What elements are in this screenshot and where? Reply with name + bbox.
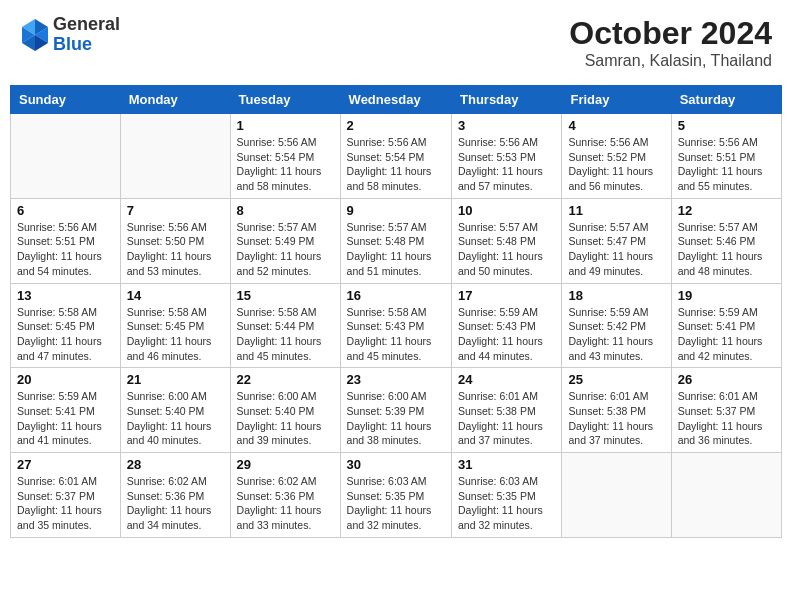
table-row [562,453,671,538]
day-number: 19 [678,288,775,303]
day-number: 4 [568,118,664,133]
table-row: 16Sunrise: 5:58 AM Sunset: 5:43 PM Dayli… [340,283,451,368]
table-row [120,114,230,199]
day-number: 27 [17,457,114,472]
table-row: 4Sunrise: 5:56 AM Sunset: 5:52 PM Daylig… [562,114,671,199]
day-number: 15 [237,288,334,303]
day-number: 11 [568,203,664,218]
day-info: Sunrise: 5:59 AM Sunset: 5:41 PM Dayligh… [678,305,775,364]
day-number: 26 [678,372,775,387]
day-info: Sunrise: 6:00 AM Sunset: 5:39 PM Dayligh… [347,389,445,448]
day-number: 12 [678,203,775,218]
table-row: 23Sunrise: 6:00 AM Sunset: 5:39 PM Dayli… [340,368,451,453]
calendar-week-row: 6Sunrise: 5:56 AM Sunset: 5:51 PM Daylig… [11,198,782,283]
logo-text: General Blue [53,15,120,55]
day-info: Sunrise: 5:56 AM Sunset: 5:51 PM Dayligh… [17,220,114,279]
table-row: 22Sunrise: 6:00 AM Sunset: 5:40 PM Dayli… [230,368,340,453]
calendar-table: Sunday Monday Tuesday Wednesday Thursday… [10,85,782,538]
day-number: 7 [127,203,224,218]
day-info: Sunrise: 5:57 AM Sunset: 5:49 PM Dayligh… [237,220,334,279]
page-header: General Blue October 2024 Samran, Kalasi… [10,10,782,75]
day-number: 1 [237,118,334,133]
day-info: Sunrise: 5:59 AM Sunset: 5:41 PM Dayligh… [17,389,114,448]
table-row: 30Sunrise: 6:03 AM Sunset: 5:35 PM Dayli… [340,453,451,538]
day-number: 22 [237,372,334,387]
day-number: 18 [568,288,664,303]
calendar-subtitle: Samran, Kalasin, Thailand [569,52,772,70]
table-row [671,453,781,538]
logo-blue: Blue [53,34,92,54]
day-info: Sunrise: 5:57 AM Sunset: 5:47 PM Dayligh… [568,220,664,279]
day-number: 9 [347,203,445,218]
logo: General Blue [20,15,120,55]
header-thursday: Thursday [452,86,562,114]
header-wednesday: Wednesday [340,86,451,114]
day-number: 13 [17,288,114,303]
day-info: Sunrise: 5:58 AM Sunset: 5:43 PM Dayligh… [347,305,445,364]
day-info: Sunrise: 5:57 AM Sunset: 5:48 PM Dayligh… [347,220,445,279]
day-info: Sunrise: 5:58 AM Sunset: 5:45 PM Dayligh… [127,305,224,364]
table-row: 12Sunrise: 5:57 AM Sunset: 5:46 PM Dayli… [671,198,781,283]
day-info: Sunrise: 5:56 AM Sunset: 5:52 PM Dayligh… [568,135,664,194]
table-row: 9Sunrise: 5:57 AM Sunset: 5:48 PM Daylig… [340,198,451,283]
day-info: Sunrise: 5:56 AM Sunset: 5:54 PM Dayligh… [237,135,334,194]
calendar-week-row: 27Sunrise: 6:01 AM Sunset: 5:37 PM Dayli… [11,453,782,538]
header-saturday: Saturday [671,86,781,114]
day-info: Sunrise: 5:56 AM Sunset: 5:54 PM Dayligh… [347,135,445,194]
day-number: 10 [458,203,555,218]
calendar-week-row: 1Sunrise: 5:56 AM Sunset: 5:54 PM Daylig… [11,114,782,199]
day-info: Sunrise: 5:57 AM Sunset: 5:48 PM Dayligh… [458,220,555,279]
day-number: 17 [458,288,555,303]
table-row: 11Sunrise: 5:57 AM Sunset: 5:47 PM Dayli… [562,198,671,283]
table-row: 25Sunrise: 6:01 AM Sunset: 5:38 PM Dayli… [562,368,671,453]
header-tuesday: Tuesday [230,86,340,114]
table-row: 13Sunrise: 5:58 AM Sunset: 5:45 PM Dayli… [11,283,121,368]
day-info: Sunrise: 6:01 AM Sunset: 5:37 PM Dayligh… [678,389,775,448]
logo-icon [20,17,50,52]
day-number: 20 [17,372,114,387]
day-info: Sunrise: 5:59 AM Sunset: 5:42 PM Dayligh… [568,305,664,364]
table-row: 19Sunrise: 5:59 AM Sunset: 5:41 PM Dayli… [671,283,781,368]
table-row: 26Sunrise: 6:01 AM Sunset: 5:37 PM Dayli… [671,368,781,453]
day-info: Sunrise: 6:01 AM Sunset: 5:38 PM Dayligh… [568,389,664,448]
table-row: 24Sunrise: 6:01 AM Sunset: 5:38 PM Dayli… [452,368,562,453]
logo-general: General [53,14,120,34]
table-row: 1Sunrise: 5:56 AM Sunset: 5:54 PM Daylig… [230,114,340,199]
day-number: 23 [347,372,445,387]
title-area: October 2024 Samran, Kalasin, Thailand [569,15,772,70]
table-row: 5Sunrise: 5:56 AM Sunset: 5:51 PM Daylig… [671,114,781,199]
day-info: Sunrise: 6:00 AM Sunset: 5:40 PM Dayligh… [127,389,224,448]
table-row: 8Sunrise: 5:57 AM Sunset: 5:49 PM Daylig… [230,198,340,283]
day-number: 5 [678,118,775,133]
day-info: Sunrise: 6:02 AM Sunset: 5:36 PM Dayligh… [237,474,334,533]
day-number: 16 [347,288,445,303]
day-number: 3 [458,118,555,133]
day-number: 2 [347,118,445,133]
table-row: 20Sunrise: 5:59 AM Sunset: 5:41 PM Dayli… [11,368,121,453]
table-row: 3Sunrise: 5:56 AM Sunset: 5:53 PM Daylig… [452,114,562,199]
calendar-title: October 2024 [569,15,772,52]
day-info: Sunrise: 6:02 AM Sunset: 5:36 PM Dayligh… [127,474,224,533]
day-info: Sunrise: 6:01 AM Sunset: 5:37 PM Dayligh… [17,474,114,533]
day-number: 25 [568,372,664,387]
table-row: 14Sunrise: 5:58 AM Sunset: 5:45 PM Dayli… [120,283,230,368]
day-info: Sunrise: 6:03 AM Sunset: 5:35 PM Dayligh… [458,474,555,533]
table-row: 28Sunrise: 6:02 AM Sunset: 5:36 PM Dayli… [120,453,230,538]
day-number: 24 [458,372,555,387]
table-row: 31Sunrise: 6:03 AM Sunset: 5:35 PM Dayli… [452,453,562,538]
table-row: 29Sunrise: 6:02 AM Sunset: 5:36 PM Dayli… [230,453,340,538]
day-info: Sunrise: 6:03 AM Sunset: 5:35 PM Dayligh… [347,474,445,533]
day-number: 28 [127,457,224,472]
day-info: Sunrise: 6:01 AM Sunset: 5:38 PM Dayligh… [458,389,555,448]
day-info: Sunrise: 6:00 AM Sunset: 5:40 PM Dayligh… [237,389,334,448]
day-number: 31 [458,457,555,472]
calendar-header-row: Sunday Monday Tuesday Wednesday Thursday… [11,86,782,114]
table-row [11,114,121,199]
table-row: 18Sunrise: 5:59 AM Sunset: 5:42 PM Dayli… [562,283,671,368]
table-row: 7Sunrise: 5:56 AM Sunset: 5:50 PM Daylig… [120,198,230,283]
calendar-week-row: 20Sunrise: 5:59 AM Sunset: 5:41 PM Dayli… [11,368,782,453]
table-row: 10Sunrise: 5:57 AM Sunset: 5:48 PM Dayli… [452,198,562,283]
day-info: Sunrise: 5:56 AM Sunset: 5:50 PM Dayligh… [127,220,224,279]
day-info: Sunrise: 5:57 AM Sunset: 5:46 PM Dayligh… [678,220,775,279]
table-row: 21Sunrise: 6:00 AM Sunset: 5:40 PM Dayli… [120,368,230,453]
